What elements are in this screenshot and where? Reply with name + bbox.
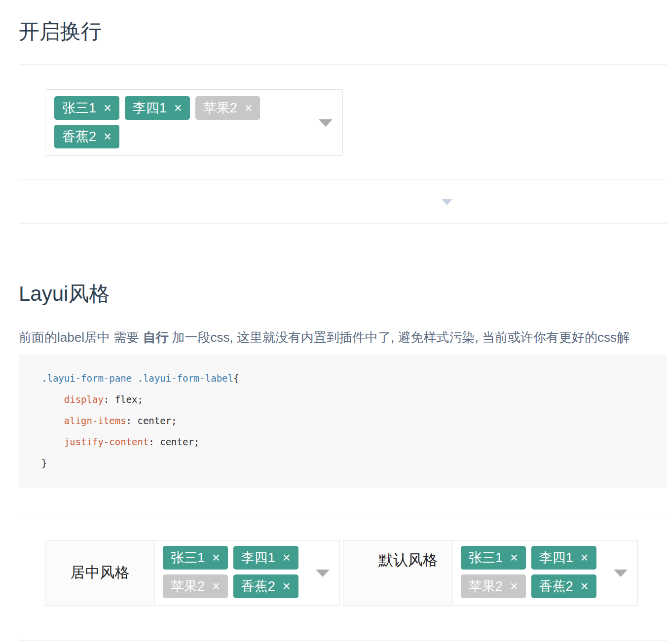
tag-remove-icon[interactable]: × xyxy=(104,130,111,143)
selected-tag[interactable]: 香蕉2× xyxy=(54,125,119,148)
tag-label: 香蕉2 xyxy=(539,580,573,593)
tag-remove-icon[interactable]: × xyxy=(283,580,291,593)
tag-label: 苹果2 xyxy=(203,102,237,115)
selected-tag[interactable]: 李四1× xyxy=(125,96,190,120)
select-caret-down-icon[interactable] xyxy=(319,119,333,127)
description-text: 前面的label居中 需要 自行 加一段css, 这里就没有内置到插件中了, 避… xyxy=(19,329,667,345)
multiselect-wrap-demo[interactable]: 张三1×李四1×苹果2×香蕉2× xyxy=(45,89,343,156)
selected-tag[interactable]: 张三1× xyxy=(461,546,526,570)
multiselect-default[interactable]: 张三1×李四1×苹果2×香蕉2× xyxy=(453,540,637,605)
tag-label: 李四1 xyxy=(539,551,573,565)
tag-label: 香蕉2 xyxy=(241,580,275,593)
code-line: display: flex; xyxy=(41,389,667,410)
form-label-default: 默认风格 xyxy=(343,540,453,605)
tag-remove-icon[interactable]: × xyxy=(510,580,518,593)
tag-remove-icon[interactable]: × xyxy=(104,102,111,115)
selected-tag-list: 张三1×李四1×苹果2×香蕉2× xyxy=(54,96,311,148)
expand-code-control[interactable] xyxy=(19,179,667,223)
form-row: 居中风格 张三1×李四1×苹果2×香蕉2× 默认风格 张三1×李四1×苹果2×香… xyxy=(45,540,667,606)
section-title-wrap: 开启换行 xyxy=(19,20,667,43)
selected-tag[interactable]: 李四1× xyxy=(233,546,298,570)
demo-block-wrap: 张三1×李四1×苹果2×香蕉2× xyxy=(19,64,667,224)
selected-tag[interactable]: 苹果2× xyxy=(461,574,526,598)
code-block: .layui-form-pane .layui-form-label{ disp… xyxy=(19,354,667,488)
code-line: justify-content: center; xyxy=(41,431,667,453)
tag-label: 苹果2 xyxy=(469,580,503,593)
form-item-centered: 居中风格 张三1×李四1×苹果2×香蕉2× xyxy=(45,540,340,606)
code-line: .layui-form-pane .layui-form-label{ xyxy=(41,368,667,389)
select-caret-down-icon[interactable] xyxy=(316,570,330,577)
select-caret-down-icon[interactable] xyxy=(614,570,628,577)
multiselect-centered[interactable]: 张三1×李四1×苹果2×香蕉2× xyxy=(155,540,339,605)
tag-remove-icon[interactable]: × xyxy=(212,580,220,593)
tag-remove-icon[interactable]: × xyxy=(212,551,220,565)
selected-tag[interactable]: 香蕉2× xyxy=(233,574,298,598)
tag-label: 张三1 xyxy=(171,551,205,565)
selected-tag[interactable]: 张三1× xyxy=(163,546,228,570)
plain-text: 前面的label居中 需要 xyxy=(19,330,143,345)
tag-label: 李四1 xyxy=(133,102,167,115)
selected-tag-list: 张三1×李四1×苹果2×香蕉2× xyxy=(461,546,609,598)
tag-remove-icon[interactable]: × xyxy=(245,102,253,115)
form-item-default: 默认风格 张三1×李四1×苹果2×香蕉2× xyxy=(343,540,638,606)
tag-remove-icon[interactable]: × xyxy=(174,102,182,115)
selected-tag[interactable]: 苹果2× xyxy=(163,574,228,598)
demo-block-layui: 居中风格 张三1×李四1×苹果2×香蕉2× 默认风格 张三1×李四1×苹果2×香… xyxy=(19,515,667,641)
code-line: } xyxy=(41,453,667,474)
plain-text: 加一段css, 这里就没有内置到插件中了, 避免样式污染, 当前或许你有更好的c… xyxy=(168,330,630,345)
selected-tag[interactable]: 苹果2× xyxy=(195,96,260,120)
selected-tag[interactable]: 香蕉2× xyxy=(531,574,596,598)
selected-tag[interactable]: 李四1× xyxy=(531,546,596,570)
code-line: align-items: center; xyxy=(41,410,667,431)
caret-down-icon xyxy=(441,199,453,205)
tag-label: 张三1 xyxy=(469,551,503,565)
form-label-centered: 居中风格 xyxy=(45,540,155,605)
docs-content: 开启换行 张三1×李四1×苹果2×香蕉2× Layui风格 前面的label居中… xyxy=(0,20,667,641)
emphasis-text: 自行 xyxy=(143,330,168,345)
demo-area: 张三1×李四1×苹果2×香蕉2× xyxy=(19,65,667,179)
tag-label: 苹果2 xyxy=(171,580,205,593)
tag-label: 张三1 xyxy=(62,102,96,115)
tag-remove-icon[interactable]: × xyxy=(581,580,589,593)
tag-remove-icon[interactable]: × xyxy=(510,551,518,565)
selected-tag-list: 张三1×李四1×苹果2×香蕉2× xyxy=(163,546,311,598)
selected-tag[interactable]: 张三1× xyxy=(54,96,119,120)
tag-remove-icon[interactable]: × xyxy=(581,551,589,565)
tag-remove-icon[interactable]: × xyxy=(283,551,291,565)
section-title-layui: Layui风格 xyxy=(19,282,667,306)
tag-label: 李四1 xyxy=(241,551,275,565)
tag-label: 香蕉2 xyxy=(62,130,96,143)
